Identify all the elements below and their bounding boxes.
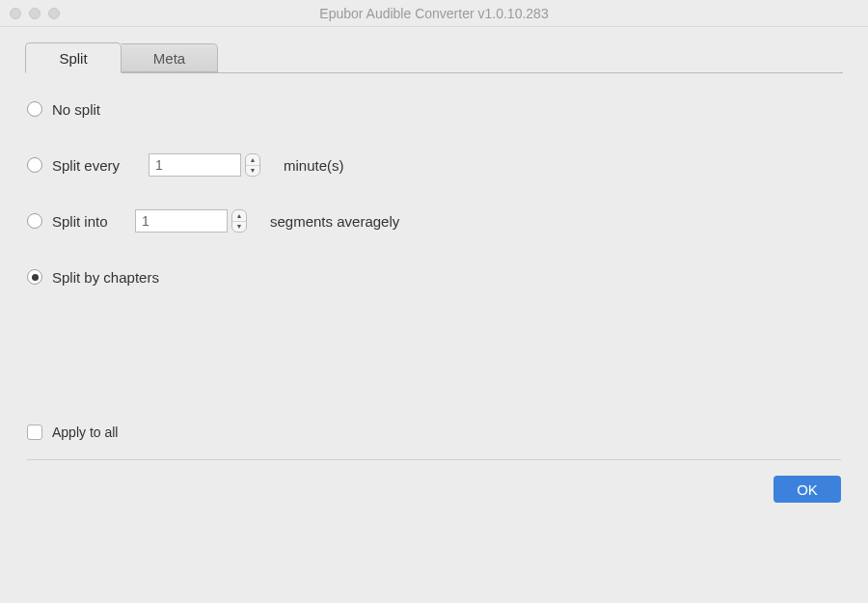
zoom-window-button[interactable] xyxy=(48,8,60,19)
content-area: Split Meta No split Split every ▲ ▼ minu… xyxy=(0,27,868,532)
tab-meta[interactable]: Meta xyxy=(122,43,218,72)
titlebar: Epubor Audible Converter v1.0.10.283 xyxy=(0,0,868,27)
tab-bar: Split Meta xyxy=(25,42,843,73)
tab-split[interactable]: Split xyxy=(25,42,122,73)
label-split-chapters: Split by chapters xyxy=(52,269,159,286)
apply-all-row[interactable]: Apply to all xyxy=(27,425,841,440)
option-split-chapters[interactable]: Split by chapters xyxy=(27,264,841,289)
tab-split-label: Split xyxy=(59,50,87,67)
label-apply-all: Apply to all xyxy=(52,425,118,440)
suffix-minutes: minute(s) xyxy=(284,157,344,174)
radio-split-chapters[interactable] xyxy=(27,269,42,285)
footer: OK xyxy=(27,460,841,503)
step-down-segments[interactable]: ▼ xyxy=(232,222,246,233)
step-up-segments[interactable]: ▲ xyxy=(232,210,246,222)
stepper-split-every: ▲ ▼ xyxy=(149,153,260,177)
step-up-minutes[interactable]: ▲ xyxy=(246,154,259,166)
suffix-segments: segments averagely xyxy=(270,213,399,230)
input-split-every-minutes[interactable] xyxy=(149,153,241,177)
option-split-into[interactable]: Split into ▲ ▼ segments averagely xyxy=(27,208,841,233)
stepper-buttons-minutes: ▲ ▼ xyxy=(245,153,260,177)
stepper-buttons-segments: ▲ ▼ xyxy=(231,209,247,233)
label-no-split: No split xyxy=(52,101,100,118)
checkbox-apply-all[interactable] xyxy=(27,425,42,440)
window-controls xyxy=(10,8,60,19)
label-split-every: Split every xyxy=(52,157,131,174)
option-split-every[interactable]: Split every ▲ ▼ minute(s) xyxy=(27,152,841,178)
window-title: Epubor Audible Converter v1.0.10.283 xyxy=(0,6,868,21)
option-no-split[interactable]: No split xyxy=(27,96,841,122)
radio-no-split[interactable] xyxy=(27,101,42,117)
label-split-into: Split into xyxy=(52,213,118,230)
close-window-button[interactable] xyxy=(10,8,21,19)
tab-meta-label: Meta xyxy=(153,50,185,67)
radio-split-into[interactable] xyxy=(27,213,42,229)
ok-button[interactable]: OK xyxy=(773,476,841,503)
step-down-minutes[interactable]: ▼ xyxy=(246,166,259,177)
stepper-split-into: ▲ ▼ xyxy=(135,209,247,233)
input-split-into-segments[interactable] xyxy=(135,209,228,233)
split-options: No split Split every ▲ ▼ minute(s) Split… xyxy=(25,73,843,512)
radio-split-every[interactable] xyxy=(27,157,42,173)
minimize-window-button[interactable] xyxy=(29,8,41,19)
